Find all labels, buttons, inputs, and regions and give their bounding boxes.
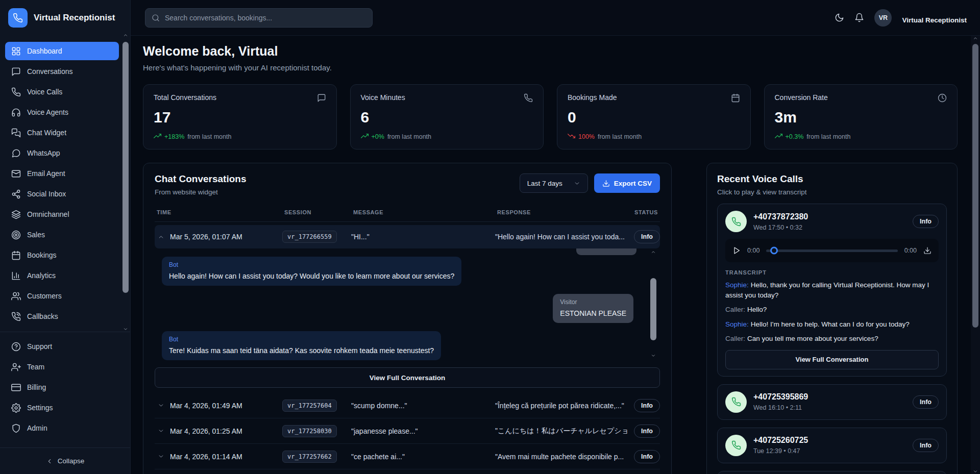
info-badge[interactable]: Info <box>913 215 939 228</box>
scroll-up-icon[interactable] <box>651 250 656 255</box>
topbar-right: VR Virtual Receptionist <box>835 9 967 27</box>
sidebar-item-support[interactable]: Support <box>5 337 119 356</box>
dark-mode-toggle[interactable] <box>835 13 844 22</box>
table-row[interactable]: Mar 4, 2026, 01:14 AM vr_177257662 "ce p… <box>155 444 660 469</box>
chevron-left-icon <box>46 458 53 465</box>
stat-label: Total Conversations <box>154 93 216 102</box>
phone-icon <box>725 391 747 413</box>
sidebar-item-sales[interactable]: Sales <box>5 226 119 244</box>
thread-scrollbar-thumb[interactable] <box>650 278 656 340</box>
collapse-button[interactable]: Collapse <box>0 447 130 474</box>
notifications-button[interactable] <box>854 13 864 22</box>
sidebar-item-email-agent[interactable]: Email Agent <box>5 164 119 183</box>
voice-call-card-expanded[interactable]: +40737872380 Wed 17:50 • 0:32 Info 0:00 … <box>717 204 947 377</box>
sidebar-item-chat-widget[interactable]: Chat Widget <box>5 123 119 142</box>
info-badge[interactable]: Info <box>634 399 660 412</box>
view-full-conversation-button[interactable]: View Full Conversation <box>155 367 660 388</box>
row-message: "japanesse please..." <box>351 427 495 435</box>
phone-logo-icon <box>8 8 28 28</box>
page-scrollbar-thumb[interactable] <box>972 44 978 328</box>
table-row-expanded[interactable]: Mar 5, 2026, 01:07 AM vr_177266559 "HI..… <box>155 225 660 248</box>
voice-call-card[interactable]: +40725260725 Tue 12:39 • 0:47 Info <box>717 428 947 463</box>
gear-icon <box>11 403 21 413</box>
info-badge[interactable]: Info <box>634 450 660 463</box>
message-text: Hello again! How can I assist you today?… <box>169 272 454 280</box>
voice-call-card-partial[interactable] <box>717 471 947 474</box>
sidebar-scrollbar[interactable] <box>122 33 129 332</box>
message-square-icon <box>317 93 326 105</box>
table-row[interactable]: Mar 4, 2026, 01:49 AM vr_177257604 "scum… <box>155 393 660 418</box>
info-badge[interactable]: Info <box>634 425 660 438</box>
date-range-select[interactable]: Last 7 days <box>520 173 588 193</box>
scroll-down-icon[interactable] <box>651 353 656 358</box>
avatar[interactable]: VR <box>874 9 892 27</box>
trending-up-icon <box>154 132 161 141</box>
info-badge[interactable]: Info <box>913 439 939 452</box>
stat-change: +0.3% <box>786 133 804 140</box>
sidebar-item-label: Omnichannel <box>27 210 69 218</box>
sidebar-item-bookings[interactable]: Bookings <box>5 246 119 264</box>
info-badge[interactable]: Info <box>913 395 939 409</box>
sidebar-item-team[interactable]: Team <box>5 358 119 376</box>
partial-visitor-bubble <box>576 248 636 255</box>
download-recording-button[interactable] <box>923 246 932 255</box>
sidebar-item-label: Analytics <box>27 271 56 280</box>
sidebar-item-label: Chat Widget <box>27 129 66 137</box>
view-full-conversation-button[interactable]: View Full Conversation <box>725 350 939 369</box>
sidebar-item-label: Support <box>27 342 52 351</box>
sidebar-item-label: Sales <box>27 231 45 239</box>
voice-call-card[interactable]: +40725395869 Wed 16:10 • 2:11 Info <box>717 384 947 420</box>
page-scrollbar[interactable] <box>971 36 980 474</box>
sidebar-item-label: Admin <box>27 424 47 432</box>
trending-down-icon <box>568 132 575 141</box>
scroll-down-icon[interactable] <box>123 327 128 332</box>
collapse-label: Collapse <box>58 457 85 465</box>
message-text: Tere! Kuidas ma saan teid täna aidata? K… <box>169 346 434 355</box>
table-row-partial[interactable] <box>155 469 660 474</box>
sidebar-item-customers[interactable]: Customers <box>5 287 119 305</box>
sidebar-item-social-inbox[interactable]: Social Inbox <box>5 185 119 203</box>
seek-slider-knob[interactable] <box>770 247 778 255</box>
chat-panel-title: Chat Conversations <box>155 173 246 185</box>
sidebar-item-admin[interactable]: Admin <box>5 419 119 437</box>
sidebar-item-omnichannel[interactable]: Omnichannel <box>5 205 119 223</box>
stat-change-suffix: from last month <box>187 133 231 140</box>
play-button[interactable] <box>732 246 741 255</box>
bot-message-bubble: Bot Hello again! How can I assist you to… <box>162 257 461 286</box>
sidebar-item-callbacks[interactable]: Callbacks <box>5 307 119 326</box>
search-input[interactable] <box>165 14 366 22</box>
chevron-down-icon <box>158 428 164 434</box>
sidebar-item-billing[interactable]: Billing <box>5 378 119 396</box>
stat-value: 3m <box>775 109 947 126</box>
scroll-down-icon[interactable] <box>973 469 978 474</box>
export-csv-button[interactable]: Export CSV <box>594 173 660 193</box>
sidebar-item-analytics[interactable]: Analytics <box>5 266 119 285</box>
session-badge: vr_177257604 <box>282 400 337 412</box>
sidebar-item-label: Social Inbox <box>27 190 66 198</box>
sidebar-item-conversations[interactable]: Conversations <box>5 62 119 81</box>
secondary-nav: Support Team Billing Settings Admin <box>0 336 130 439</box>
scroll-up-icon[interactable] <box>973 36 978 41</box>
sidebar-item-label: Team <box>27 363 44 371</box>
search-box[interactable] <box>145 8 373 28</box>
scroll-up-icon[interactable] <box>123 33 128 38</box>
topbar: VR Virtual Receptionist <box>131 0 980 36</box>
target-icon <box>11 230 21 240</box>
sidebar-item-dashboard[interactable]: Dashboard <box>5 42 119 60</box>
brand-name: Virtual Receptionist <box>34 13 115 23</box>
sidebar-item-voice-agents[interactable]: Voice Agents <box>5 103 119 121</box>
sidebar-scrollbar-thumb[interactable] <box>122 42 129 293</box>
call-number: +40725395869 <box>753 392 808 402</box>
sidebar-item-label: Billing <box>27 383 46 391</box>
info-badge[interactable]: Info <box>634 230 660 243</box>
sidebar-item-settings[interactable]: Settings <box>5 398 119 417</box>
stat-label: Voice Minutes <box>361 93 405 102</box>
sidebar-item-voice-calls[interactable]: Voice Calls <box>5 83 119 101</box>
call-meta: Wed 16:10 • 2:11 <box>753 404 808 411</box>
table-row[interactable]: Mar 4, 2026, 01:25 AM vr_177258030 "japa… <box>155 418 660 444</box>
chat-thread: Bot Hello again! How can I assist you to… <box>155 248 660 360</box>
seek-slider[interactable] <box>766 250 897 252</box>
sidebar-item-whatsapp[interactable]: WhatsApp <box>5 144 119 162</box>
page-subtitle: Here's what's happening with your AI rec… <box>143 63 958 72</box>
thread-scrollbar[interactable] <box>650 250 657 358</box>
